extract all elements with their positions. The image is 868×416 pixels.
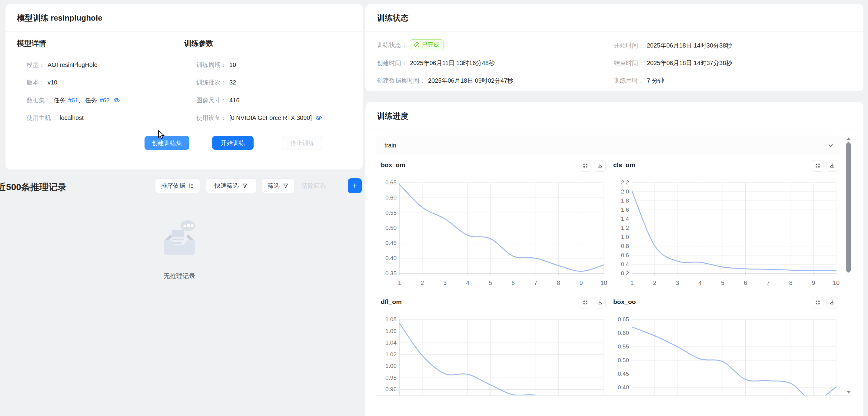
start-time-label: 开始时间： <box>614 42 644 49</box>
imgsize-value: 416 <box>229 97 239 103</box>
progress-card-title: 训练进度 <box>365 102 864 130</box>
download-icon <box>830 163 835 169</box>
chart-cell-box_om: box_om 0.650.600.550.500.450.400.3512345… <box>376 155 609 292</box>
svg-text:4: 4 <box>698 280 702 286</box>
svg-text:1.4: 1.4 <box>621 216 629 222</box>
dataset-row: 数据集：任务#61、任务#62 <box>27 95 120 107</box>
epochs-label: 训练周期： <box>196 61 227 68</box>
batch-row: 训练批次：32 <box>196 77 236 88</box>
svg-text:2: 2 <box>421 280 424 286</box>
svg-text:5: 5 <box>489 280 492 286</box>
start-training-button[interactable]: 开始训练 <box>212 136 254 150</box>
version-row: 版本：v10 <box>27 77 57 88</box>
create-dataset-button[interactable]: 创建训练集 <box>145 136 189 150</box>
chart-cell-cls_om: cls_om 2.22.01.81.61.41.21.00.80.60.40.2… <box>608 155 841 292</box>
train-panel-header[interactable]: train <box>376 136 841 155</box>
download-chart-button[interactable] <box>594 160 606 172</box>
download-chart-button[interactable] <box>594 297 606 309</box>
imgsize-row: 图像尺寸：416 <box>196 95 239 106</box>
svg-text:0.40: 0.40 <box>385 255 397 261</box>
status-badge-text: 已完成 <box>422 39 439 50</box>
charts-scroll-area[interactable]: train box_om 0.650.600.550.500.450.400.3… <box>376 136 852 396</box>
version-label: 版本： <box>27 79 45 86</box>
expand-chart-button[interactable] <box>812 297 824 309</box>
scrollbar-thumb[interactable] <box>846 142 851 273</box>
svg-text:0.55: 0.55 <box>385 210 397 216</box>
eye-icon[interactable] <box>113 96 120 107</box>
dataset-task1-link[interactable]: #61 <box>68 97 78 103</box>
status-row: 训练状态：已完成 <box>377 39 443 50</box>
expand-chart-button[interactable] <box>580 160 591 172</box>
svg-text:7: 7 <box>534 280 537 286</box>
svg-text:1.2: 1.2 <box>621 225 629 231</box>
mouse-cursor <box>158 130 166 140</box>
epochs-row: 训练周期：10 <box>196 59 236 70</box>
expand-chart-button[interactable] <box>580 297 591 309</box>
eye-icon[interactable] <box>315 114 322 124</box>
section-title-model-details: 模型详情 <box>17 38 46 48</box>
svg-text:0.55: 0.55 <box>618 343 629 350</box>
host-row: 使用主机：localhost <box>27 112 84 123</box>
svg-text:1.02: 1.02 <box>385 351 397 358</box>
chart-title: box_oo <box>613 298 636 306</box>
svg-text:9: 9 <box>580 280 583 286</box>
expand-chart-button[interactable] <box>812 160 824 172</box>
chart-cell-box_oo: box_oo 0.650.600.550.500.450.400.3512345… <box>608 292 841 396</box>
chevron-down-icon <box>828 142 834 150</box>
svg-text:1.04: 1.04 <box>385 340 397 346</box>
model-training-card: 模型训练 resinplughole 模型详情 训练参数 模型：AOI resi… <box>5 4 363 169</box>
chart-title: dfl_om <box>381 298 402 306</box>
svg-text:9: 9 <box>812 280 815 286</box>
svg-text:6: 6 <box>512 280 515 286</box>
model-card-title: 模型训练 resinplughole <box>5 4 363 32</box>
svg-text:0.60: 0.60 <box>618 330 629 336</box>
svg-text:0.96: 0.96 <box>385 386 397 392</box>
chart-actions <box>580 297 606 309</box>
inference-records-title: 近500条推理记录 <box>0 181 67 193</box>
scrollbar <box>845 136 852 395</box>
svg-text:1.0: 1.0 <box>621 234 629 240</box>
created-time-row: 创建时间：2025年06月11日 13时16分48秒 <box>377 58 495 68</box>
created-time-value: 2025年06月11日 13时16分48秒 <box>410 60 495 66</box>
sort-by-label: 排序依据 <box>161 182 185 190</box>
host-value: localhost <box>60 115 84 121</box>
dataset-task1: 任务 <box>54 97 66 103</box>
train-collapse-panel: train box_om 0.650.600.550.500.450.400.3… <box>376 136 841 396</box>
svg-text:10: 10 <box>600 280 607 286</box>
download-chart-button[interactable] <box>827 160 838 172</box>
stop-training-button[interactable]: 停止训练 <box>282 136 323 150</box>
dataset-task2-link[interactable]: #62 <box>99 97 110 103</box>
dataset-separator: 、 <box>78 97 84 103</box>
svg-text:4: 4 <box>466 280 469 286</box>
chart-actions <box>580 160 606 172</box>
model-row: 模型：AOI resinPlugHole <box>27 59 98 70</box>
train-panel-label: train <box>384 136 396 155</box>
sort-by-button[interactable]: 排序依据 123 <box>155 178 200 193</box>
empty-inbox-icon <box>160 219 199 259</box>
svg-text:0.60: 0.60 <box>385 194 397 201</box>
training-progress-card: 训练进度 train box_om 0.650.600.550.500.450.… <box>365 102 864 416</box>
filter-button[interactable]: 筛选 <box>262 178 294 193</box>
svg-text:0.50: 0.50 <box>385 225 397 231</box>
clear-filter-button[interactable]: 清除筛选 <box>302 178 326 193</box>
svg-text:0.50: 0.50 <box>618 357 629 363</box>
download-icon <box>597 163 602 169</box>
section-title-train-params: 训练参数 <box>184 38 213 48</box>
status-card-title: 训练状态 <box>365 4 864 32</box>
scrollbar-down-arrow[interactable] <box>846 391 851 393</box>
epochs-value: 10 <box>229 61 236 68</box>
host-label: 使用主机： <box>27 115 57 121</box>
line-chart-box_om: 0.650.600.550.500.450.400.3512345678910 <box>376 178 609 293</box>
svg-text:2.2: 2.2 <box>621 179 629 186</box>
download-chart-button[interactable] <box>827 297 838 309</box>
device-row: 使用设备：[0 NVIDIA GeForce RTX 3090] <box>196 112 322 124</box>
imgsize-label: 图像尺寸： <box>196 97 227 103</box>
add-record-button[interactable]: + <box>348 178 362 193</box>
expand-icon <box>815 163 820 169</box>
chart-cell-dfl_om: dfl_om 1.081.061.041.021.000.980.960.941… <box>376 292 609 396</box>
scrollbar-up-arrow[interactable] <box>846 137 851 140</box>
created-time-label: 创建时间： <box>377 60 407 66</box>
quick-filter-button[interactable]: 快速筛选 <box>206 178 256 193</box>
download-icon <box>597 300 602 306</box>
expand-icon <box>583 163 588 169</box>
